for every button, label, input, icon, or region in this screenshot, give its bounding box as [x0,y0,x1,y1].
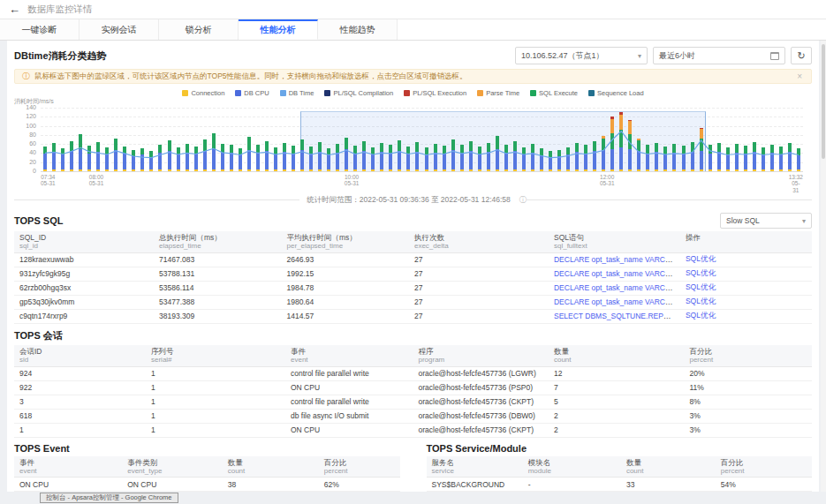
table-cell: 71467.083 [154,252,281,267]
y-axis-tick: 140 [14,104,36,110]
back-arrow-icon[interactable]: ← [9,4,20,15]
stacked-bar [158,145,162,171]
stacked-bar [114,139,117,171]
sql-text-link[interactable]: DECLARE opt_task_name VARCHAR2(30); opt_… [554,255,680,264]
column-header: 序列号serial# [146,345,285,366]
legend-item[interactable]: SQL Execute [530,89,578,97]
legend-swatch-icon [235,90,241,96]
y-axis-tick: 20 [14,159,36,165]
close-icon[interactable]: × [795,71,804,81]
legend-item[interactable]: PL/SQL Execution [404,89,466,97]
legend-item[interactable]: Parse Time [477,89,519,97]
stacked-bar [797,148,800,171]
stacked-bar [300,139,304,171]
legend-item[interactable]: Connection [182,89,224,97]
table-cell: ON CPU [122,478,222,492]
table-cell: 1992.15 [281,267,408,281]
stacked-bar [522,147,526,171]
scrollbar-thumb[interactable] [822,44,825,159]
stacked-bar [283,143,286,171]
sql-optimize-link[interactable]: SQL优化 [686,297,716,305]
node-select-value: 10.106.52.47（节点1） [521,50,604,62]
column-header: 模块名module [523,456,621,478]
table-cell: SQL优化 [680,252,812,267]
taskbar-window-title[interactable]: 控制台 - Apsara控制管理 - Google Chrome [40,493,178,503]
brush-selection-region[interactable] [300,111,705,171]
stacked-bar [655,143,658,171]
node-select[interactable]: 10.106.52.47（节点1） ▾ [515,47,648,64]
stacked-bar [709,145,712,171]
x-axis-tick: 08:0005-31 [89,174,104,187]
stacked-bar [460,145,464,171]
stacked-bar [256,145,260,171]
stacked-bar [663,147,667,171]
legend-item[interactable]: Sequence Load [588,89,644,97]
stacked-bar [186,144,189,171]
sql-text-link[interactable]: DECLARE opt_task_name VARCHAR2(30); opt_… [554,283,680,292]
legend-item[interactable]: PL/SQL Compilation [324,89,393,97]
top-header-bar: ← 数据库监控详情 [0,0,826,19]
legend-swatch-icon [324,90,330,96]
legend-item[interactable]: DB Time [280,89,314,97]
table-cell: 3% [684,423,812,437]
tab-2[interactable]: 锁分析 [159,19,239,40]
stacked-bar [575,143,579,171]
sql-optimize-link[interactable]: SQL优化 [686,268,716,277]
sql-filter-select[interactable]: Slow SQL ▾ [720,213,812,229]
stacked-bar [132,150,135,171]
table-cell: oracle@host-fefcfe457736 (CKPT) [413,395,549,409]
tab-0[interactable]: 一键诊断 [0,19,80,40]
tab-4[interactable]: 性能趋势 [318,19,398,40]
table-cell: 931zyfc9gk95g [14,267,154,281]
stacked-bar [443,146,446,171]
table-cell: 618 [14,409,146,423]
stacked-bar [168,140,171,171]
stacked-bar [717,143,721,171]
stacked-bar [105,147,109,171]
table-cell: 27 [409,309,549,323]
stacked-bar [353,146,357,171]
stacked-bar [177,147,180,171]
table-cell: - [523,478,621,492]
stacked-bar [735,144,739,171]
sql-optimize-link[interactable]: SQL优化 [686,311,716,320]
controls-row: DBtime消耗分类趋势 10.106.52.47（节点1） ▾ 最近6小时 ↻ [7,41,819,67]
table-cell: 54% [716,478,812,492]
stacked-bar [788,143,792,171]
sql-optimize-link[interactable]: SQL优化 [686,282,716,291]
sql-text-link[interactable]: DECLARE opt_task_name VARCHAR2(30); opt_… [554,297,680,306]
legend-label: PL/SQL Execution [413,89,466,97]
stacked-bar [345,138,348,171]
sql-optimize-link[interactable]: SQL优化 [686,254,716,263]
stacked-bar [602,136,605,171]
tab-3[interactable]: 性能分析 [239,19,318,40]
stacked-bar [540,148,543,171]
info-banner: ⓘ 鼠标框选下图中的蓝绿区域，可统计该区域内节点的TOP5性能信息。同时，支持横… [14,69,812,84]
sql-text-link[interactable]: DECLARE opt_task_name VARCHAR2(30); opt_… [554,269,680,278]
sql-text-link[interactable]: SELECT DBMS_SQLTUNE.REPORT_SQL_MONITOR(S… [554,312,680,320]
stacked-bar [292,146,295,171]
table-cell: 7 [549,380,685,395]
dbtime-chart[interactable]: 消耗时间/ms/s 02040608010012014007:3405-3108… [14,99,812,191]
column-header: 数量count [549,345,685,366]
stacked-bar [691,142,694,171]
scrollbar[interactable] [821,41,826,492]
table-cell: 8% [684,395,812,409]
table-cell: 12 [549,366,685,380]
legend-item[interactable]: DB CPU [235,89,269,97]
table-cell: 1 [146,366,285,380]
stacked-bar [309,147,313,171]
column-header: 平均执行时间（ms）per_elapsed_time [281,231,408,252]
table-cell: 1980.64 [281,295,408,309]
column-header: 服务名service [427,456,523,478]
stacked-bar [434,144,437,171]
table-cell: oracle@host-fefcfe457736 (LGWR) [413,366,549,380]
stacked-bar [70,141,73,171]
tab-1[interactable]: 实例会话 [80,19,159,40]
time-range-picker[interactable]: 最近6小时 [653,47,785,64]
refresh-button[interactable]: ↻ [791,47,812,64]
column-header: 百分比percent [716,456,812,478]
stacked-bar [371,147,375,171]
y-axis-tick: 60 [14,140,36,147]
stacked-bar [619,112,623,171]
